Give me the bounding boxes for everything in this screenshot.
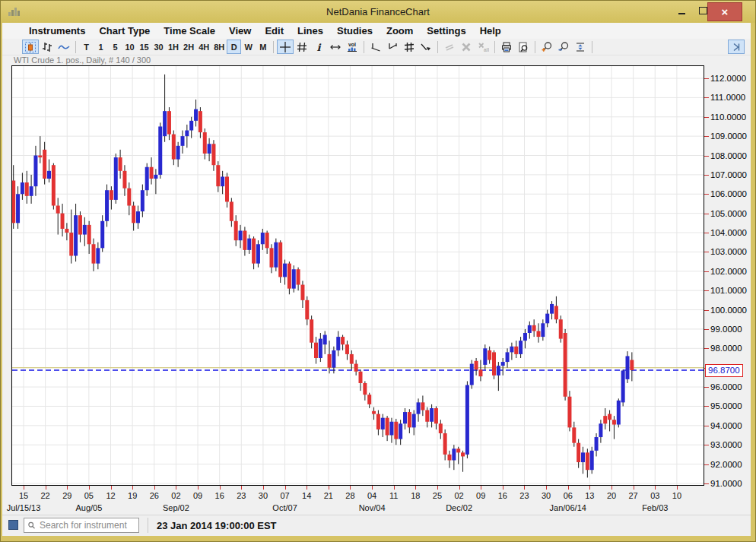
fit-vertical-button[interactable] [572, 40, 589, 54]
timeframe-4h-button[interactable]: 4H [196, 40, 211, 54]
y-axis-label: 101.0000 [710, 285, 747, 296]
y-axis-tick [704, 426, 709, 426]
x-axis-week-label: 16 [492, 491, 513, 500]
x-axis-tick [285, 486, 286, 490]
x-axis-tick [437, 486, 438, 490]
x-axis-tick [459, 486, 460, 490]
y-axis-label: 102.0000 [710, 266, 747, 277]
delete-all-lines-button[interactable]: all [475, 40, 491, 54]
zoom-out-button[interactable] [555, 40, 572, 54]
delete-line-button[interactable] [458, 40, 475, 54]
y-axis-tick [704, 97, 709, 98]
x-axis-tick [634, 486, 634, 490]
y-axis-label: 95.0000 [710, 401, 742, 411]
line-chart-button[interactable] [56, 40, 72, 54]
menu-time-scale[interactable]: Time Scale [157, 25, 222, 36]
menu-studies[interactable]: Studies [330, 25, 380, 36]
x-axis-tick [611, 486, 612, 490]
price-chart[interactable] [11, 65, 704, 486]
timeframe-weekly-button[interactable]: W [241, 40, 256, 54]
menu-view[interactable]: View [222, 25, 258, 36]
instrument-label: WTI Crude 1. pos., Daily, # 140 / 300 [14, 55, 151, 65]
x-axis-tick [46, 486, 46, 490]
x-axis-tick [546, 486, 547, 490]
x-axis-week-label: 30 [535, 491, 557, 500]
trend-ray-button[interactable] [384, 40, 401, 54]
x-axis-week-label: 10 [666, 491, 688, 500]
timeframe-15-button[interactable]: 15 [137, 40, 151, 54]
minimize-button[interactable] [672, 4, 691, 17]
timeframe-1-button[interactable]: 1 [94, 40, 108, 54]
close-icon: × [722, 3, 729, 21]
x-axis-tick [89, 486, 90, 490]
toolbar-separator [494, 41, 495, 53]
bar-chart-button[interactable] [39, 40, 56, 54]
arrow-line-button[interactable] [418, 40, 434, 54]
menu-zoom[interactable]: Zoom [380, 25, 420, 36]
y-axis-label: 99.0000 [710, 324, 742, 334]
x-axis-tick [677, 486, 678, 490]
parallel-lines-button[interactable] [441, 40, 458, 54]
x-axis-tick [372, 486, 373, 490]
timeframe-monthly-button[interactable]: M [256, 40, 270, 54]
close-button[interactable]: × [707, 2, 742, 21]
x-axis-week-label: 15 [13, 491, 34, 500]
search-input[interactable] [38, 519, 138, 531]
menu-chart-type[interactable]: Chart Type [92, 25, 157, 36]
y-axis-tick [704, 117, 709, 118]
info-button[interactable]: i [310, 40, 327, 54]
search-box[interactable] [24, 518, 139, 533]
menu-help[interactable]: Help [473, 25, 508, 36]
toolbar-separator [273, 41, 274, 53]
candlestick-chart-button[interactable] [22, 40, 39, 54]
menu-edit[interactable]: Edit [258, 25, 291, 36]
y-axis-label: 100.0000 [710, 305, 747, 315]
volume-button[interactable]: vol [344, 40, 361, 54]
timeframe-10-button[interactable]: 10 [122, 40, 137, 54]
x-axis-month-label: Nov/04 [343, 503, 401, 512]
x-axis-week-label: 07 [275, 491, 296, 500]
instrument-color-swatch [8, 520, 18, 530]
toolbar-separator [592, 41, 592, 53]
expand-horizontal-button[interactable] [327, 40, 344, 54]
y-axis-tick [704, 348, 709, 349]
last-update-time: 23 Jan 2014 19:00:00 EST [157, 515, 277, 536]
x-axis-tick [263, 486, 264, 490]
menu-settings[interactable]: Settings [420, 25, 472, 36]
timeframe-daily-button[interactable]: D [227, 40, 241, 54]
timeframe-5-button[interactable]: 5 [108, 40, 122, 54]
y-axis-label: 98.0000 [710, 343, 742, 353]
timeframe-8h-button[interactable]: 8H [211, 40, 227, 54]
y-axis-tick [704, 214, 709, 214]
timeframe-2h-button[interactable]: 2H [181, 40, 196, 54]
x-axis-week-label: 20 [601, 491, 622, 500]
menu-instruments[interactable]: Instruments [22, 25, 92, 36]
collapse-panel-button[interactable] [728, 40, 745, 54]
y-axis-label: 94.0000 [710, 420, 742, 431]
x-axis-week-label: 22 [35, 491, 56, 500]
print-button[interactable] [498, 40, 515, 54]
x-axis-month-label: Aug/05 [60, 503, 118, 512]
x-axis-tick [589, 486, 590, 490]
x-axis-tick [655, 486, 656, 490]
timeframe-30-button[interactable]: 30 [151, 40, 166, 54]
print-preview-button[interactable] [515, 40, 532, 54]
x-axis-week-label: 12 [100, 491, 122, 500]
menu-lines[interactable]: Lines [291, 25, 330, 36]
crosshair-button[interactable] [277, 40, 294, 54]
y-axis-label: 96.0000 [710, 382, 742, 392]
timeframe-1h-button[interactable]: 1H [166, 40, 181, 54]
title-bar[interactable]: NetDania FinanceChart × [1, 1, 755, 23]
menu-bar: InstrumentsChart TypeTime ScaleViewEditL… [2, 23, 751, 39]
x-axis-week-label: 25 [427, 491, 448, 500]
x-axis-week-label: 06 [557, 491, 579, 500]
x-axis-week-label: 16 [209, 491, 230, 500]
trend-line-button[interactable] [367, 40, 384, 54]
y-axis-label: 103.0000 [710, 246, 747, 257]
x-axis-week-label: 14 [296, 491, 317, 500]
grid-button[interactable] [294, 40, 310, 54]
y-axis-label: 108.0000 [710, 151, 747, 161]
zoom-in-button[interactable] [538, 40, 555, 54]
channel-button[interactable] [401, 40, 418, 54]
timeframe-tick-button[interactable]: T [79, 40, 94, 54]
